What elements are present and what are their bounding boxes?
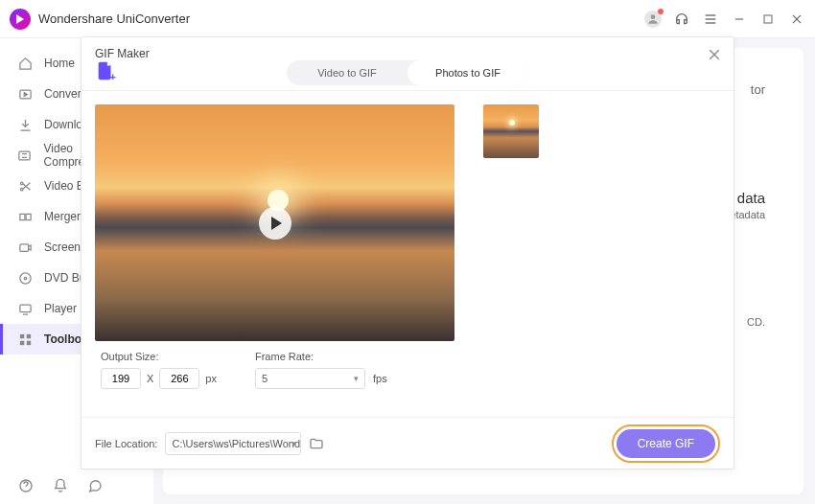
- dvd-icon: [17, 270, 33, 286]
- svg-rect-9: [19, 151, 30, 160]
- svg-point-10: [20, 182, 23, 185]
- output-size-label: Output Size:: [101, 351, 217, 362]
- recorder-icon: [17, 240, 33, 255]
- output-size-control: Output Size: X px: [101, 351, 217, 389]
- merger-icon: [17, 209, 33, 224]
- svg-rect-20: [19, 340, 23, 344]
- sidebar-item-label: Player: [44, 302, 77, 315]
- tab-video-to-gif[interactable]: Video to GIF: [287, 60, 408, 85]
- svg-text:+: +: [110, 71, 116, 81]
- play-button[interactable]: [259, 207, 291, 240]
- svg-point-15: [19, 272, 30, 283]
- mode-segment: Video to GIF Photos to GIF: [287, 60, 528, 85]
- feedback-icon[interactable]: [86, 477, 104, 494]
- tab-photos-to-gif[interactable]: Photos to GIF: [408, 60, 528, 85]
- sidebar-item-label: Merger: [44, 210, 81, 223]
- height-input[interactable]: [159, 368, 199, 389]
- bg-hint: CD.: [747, 316, 765, 328]
- svg-rect-21: [26, 340, 30, 344]
- svg-rect-18: [19, 333, 23, 337]
- create-gif-highlight: Create GIF: [612, 424, 720, 463]
- download-icon: [17, 117, 33, 132]
- bell-icon[interactable]: [52, 477, 69, 494]
- bg-hint: etadata: [730, 209, 765, 220]
- add-file-icon[interactable]: +: [95, 60, 116, 81]
- support-icon[interactable]: [673, 11, 690, 28]
- svg-rect-12: [19, 214, 24, 219]
- svg-point-0: [651, 14, 656, 19]
- app-logo-icon: [10, 9, 31, 30]
- svg-rect-5: [764, 15, 772, 23]
- menu-icon[interactable]: [702, 11, 719, 28]
- modal-title: GIF Maker: [95, 47, 150, 60]
- px-label: px: [205, 373, 217, 384]
- frame-rate-select[interactable]: 5▾: [255, 368, 365, 389]
- open-folder-icon[interactable]: [309, 436, 324, 451]
- minimize-icon[interactable]: [731, 11, 748, 28]
- file-location-select[interactable]: C:\Users\ws\Pictures\Wonders: [165, 432, 301, 455]
- app-title: Wondershare UniConverter: [38, 11, 190, 26]
- svg-point-11: [20, 188, 23, 191]
- svg-point-16: [24, 277, 27, 280]
- bg-hint: tor: [751, 82, 765, 97]
- svg-rect-17: [19, 305, 30, 312]
- frame-rate-label: Frame Rate:: [255, 351, 387, 362]
- title-bar: Wondershare UniConverter: [0, 0, 815, 38]
- help-icon[interactable]: [17, 477, 35, 494]
- player-icon: [17, 301, 33, 316]
- home-icon: [17, 56, 33, 71]
- width-input[interactable]: [101, 368, 141, 389]
- toolbox-icon: [17, 332, 33, 347]
- svg-rect-14: [19, 243, 28, 251]
- svg-rect-19: [26, 333, 30, 337]
- file-location-label: File Location:: [95, 438, 157, 449]
- converter-icon: [17, 86, 33, 102]
- thumbnail[interactable]: [483, 104, 539, 158]
- scissors-icon: [17, 178, 33, 194]
- fps-label: fps: [373, 373, 387, 384]
- frame-rate-control: Frame Rate: 5▾ fps: [255, 351, 387, 389]
- times-label: X: [147, 373, 153, 384]
- maximize-icon[interactable]: [759, 11, 777, 28]
- create-gif-button[interactable]: Create GIF: [617, 429, 715, 458]
- svg-rect-13: [26, 214, 31, 219]
- preview-area: [95, 104, 454, 341]
- gif-maker-modal: GIF Maker + Video to GIF Photos to GIF O…: [81, 36, 734, 470]
- close-window-icon[interactable]: [788, 11, 805, 28]
- close-icon[interactable]: [707, 47, 722, 62]
- sidebar-item-label: Home: [44, 57, 75, 70]
- compress-icon: [17, 148, 33, 163]
- avatar-icon[interactable]: [644, 11, 662, 28]
- bg-hint: data: [737, 190, 765, 206]
